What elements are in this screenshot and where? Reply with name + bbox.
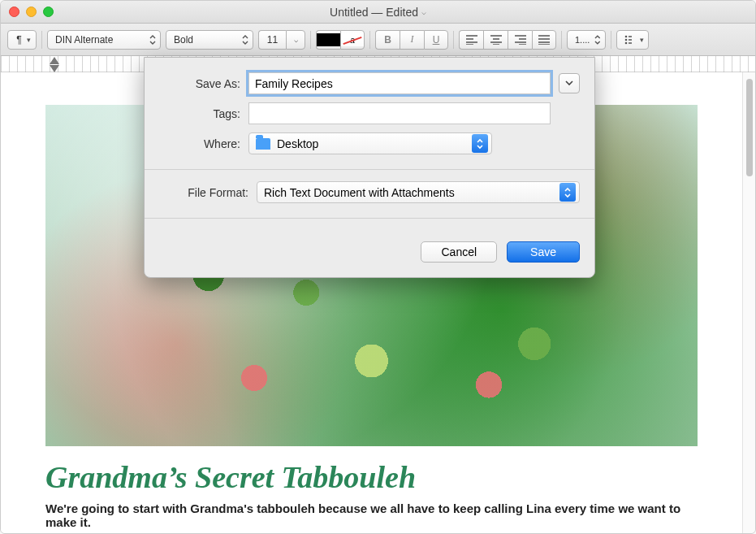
indent-marker-icon[interactable] [50, 57, 59, 64]
window-titlebar: Untitled — Edited ⌵ [1, 1, 755, 24]
where-label: Where: [159, 137, 240, 150]
save-button[interactable]: Save [507, 241, 580, 263]
svg-point-2 [625, 41, 628, 44]
tags-input[interactable] [248, 102, 551, 124]
underline-button[interactable]: U [424, 30, 448, 50]
italic-icon: I [411, 33, 414, 46]
line-spacing-select[interactable]: 1.... [567, 30, 606, 50]
svg-point-0 [625, 35, 628, 37]
svg-point-1 [625, 38, 628, 41]
toolbar-separator [453, 31, 454, 49]
formatting-toolbar: ¶ ▾ DIN Alternate Bold 11 ⌵ a B I U [1, 24, 755, 56]
updown-chevron-icon [559, 183, 576, 202]
vertical-scrollbar[interactable] [742, 72, 755, 533]
font-size-stepper[interactable]: ⌵ [286, 30, 305, 50]
tags-label: Tags: [159, 107, 240, 120]
text-color-button[interactable] [316, 30, 340, 50]
updown-chevron-icon [242, 35, 248, 45]
align-justify-icon [538, 35, 550, 45]
toolbar-separator [41, 31, 42, 49]
folder-icon [256, 138, 270, 150]
file-format-label: File Format: [159, 186, 248, 199]
style-group: B I U [375, 30, 448, 50]
align-left-icon [466, 35, 477, 45]
close-window-button[interactable] [9, 7, 19, 17]
file-format-select[interactable]: Rich Text Document with Attachments [257, 181, 580, 203]
line-spacing-value: 1.... [575, 35, 590, 45]
save-as-input[interactable] [248, 72, 551, 94]
list-style-select[interactable]: ▾ [616, 30, 649, 50]
updown-chevron-icon [594, 35, 601, 45]
pilcrow-icon: ¶ [16, 34, 21, 46]
align-right-icon [515, 35, 526, 45]
bold-icon: B [384, 34, 391, 46]
no-color-swatch-icon: a [341, 33, 364, 46]
font-family-select[interactable]: DIN Alternate [47, 30, 161, 50]
chevron-down-icon: ⌵ [294, 36, 298, 44]
font-weight-value: Bold [174, 34, 193, 46]
document-body-text: We're going to start with Grandma's tabb… [45, 501, 698, 529]
title-menu-chevron-icon[interactable]: ⌵ [421, 7, 426, 16]
font-size-value: 11 [267, 34, 278, 46]
align-center-button[interactable] [483, 30, 508, 50]
align-right-button[interactable] [508, 30, 532, 50]
align-group [459, 30, 556, 50]
chevron-down-icon: ▾ [27, 36, 31, 44]
updown-chevron-icon [472, 134, 488, 153]
chevron-down-icon: ▾ [640, 36, 644, 44]
align-center-icon [490, 35, 502, 45]
fullscreen-window-button[interactable] [43, 7, 54, 17]
file-format-value: Rich Text Document with Attachments [264, 186, 455, 199]
document-heading: Grandma’s Secret Tabbouleh [45, 459, 698, 495]
toolbar-separator [561, 31, 562, 49]
toolbar-separator [369, 31, 370, 49]
align-left-button[interactable] [459, 30, 483, 50]
traffic-lights [9, 7, 54, 17]
list-icon [624, 35, 632, 45]
font-family-value: DIN Alternate [55, 34, 113, 46]
underline-icon: U [433, 34, 440, 46]
title-text: Untitled — Edited [330, 6, 418, 19]
updown-chevron-icon [149, 35, 156, 45]
save-dialog: Save As: Tags: Where: Desktop File Forma… [144, 57, 595, 278]
chevron-down-icon [565, 80, 573, 86]
bold-button[interactable]: B [375, 30, 400, 50]
font-size-group: 11 ⌵ [258, 30, 305, 50]
font-weight-select[interactable]: Bold [166, 30, 253, 50]
font-size-field[interactable]: 11 [258, 30, 286, 50]
scrollbar-thumb[interactable] [746, 79, 753, 176]
where-select[interactable]: Desktop [248, 132, 492, 154]
align-justify-button[interactable] [532, 30, 556, 50]
paragraph-style-button[interactable]: ¶ ▾ [7, 30, 37, 50]
minimize-window-button[interactable] [26, 7, 37, 17]
italic-button[interactable]: I [400, 30, 424, 50]
window-title: Untitled — Edited ⌵ [330, 6, 426, 19]
save-as-label: Save As: [159, 77, 240, 90]
toolbar-separator [611, 31, 611, 49]
color-group: a [316, 30, 365, 50]
where-value: Desktop [277, 137, 318, 150]
tab-marker-icon[interactable] [50, 65, 59, 72]
toolbar-separator [310, 31, 311, 49]
expand-dialog-button[interactable] [559, 73, 580, 93]
highlight-color-button[interactable]: a [340, 30, 365, 50]
cancel-button[interactable]: Cancel [421, 241, 497, 263]
black-swatch-icon [317, 33, 340, 46]
